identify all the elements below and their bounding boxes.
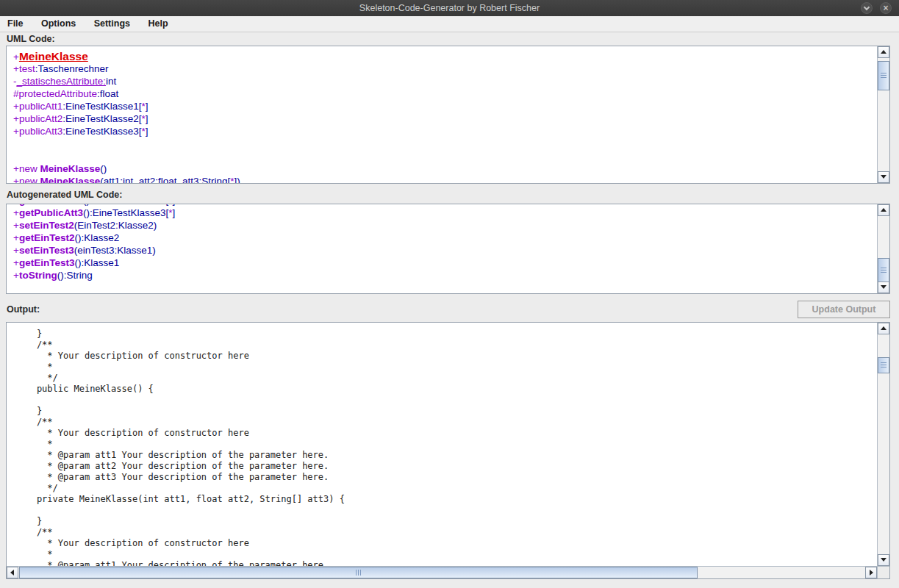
arrow-down-icon [881, 285, 887, 289]
uml-code-label: UML Code: [7, 34, 55, 44]
menubar: File Options Settings Help [0, 16, 899, 32]
menu-item-file[interactable]: File [0, 16, 31, 32]
thumb-grip-icon [881, 362, 887, 368]
scroll-right-button[interactable] [865, 567, 877, 578]
menu-item-help[interactable]: Help [140, 16, 175, 32]
close-button[interactable]: × [880, 2, 892, 14]
scroll-up-button[interactable] [878, 204, 889, 216]
scroll-up-button[interactable] [878, 46, 889, 58]
output-textarea[interactable]: } /** * Your description of constructor … [6, 322, 890, 579]
output-label: Output: [7, 304, 40, 315]
autogen-uml-content[interactable]: +getPublicAtt2():EineTestKlasse2[*]+getP… [7, 204, 877, 282]
menu-item-options[interactable]: Options [34, 16, 83, 32]
scroll-down-button[interactable] [878, 554, 889, 566]
titlebar: Skeleton-Code-Generator by Robert Fische… [0, 0, 899, 16]
arrow-up-icon [881, 50, 887, 54]
window-title: Skeleton-Code-Generator by Robert Fische… [0, 0, 899, 16]
scroll-left-button[interactable] [7, 567, 18, 578]
arrow-down-icon [881, 558, 887, 562]
update-output-button[interactable]: Update Output [798, 301, 890, 318]
autogen-uml-label: Autogenerated UML Code: [7, 190, 122, 200]
scroll-down-button[interactable] [878, 282, 889, 293]
scrollbar-corner [877, 566, 889, 578]
thumb-grip-icon [881, 73, 887, 78]
thumb-grip-icon [356, 570, 361, 576]
close-icon: × [881, 3, 891, 13]
autogen-vertical-scrollbar[interactable] [877, 204, 889, 293]
output-code-content[interactable]: } /** * Your description of constructor … [7, 323, 877, 566]
autogen-uml-textarea[interactable]: +getPublicAtt2():EineTestKlasse2[*]+getP… [6, 204, 890, 294]
thumb-grip-icon [881, 268, 887, 273]
arrow-up-icon [881, 326, 887, 330]
scrollbar-thumb[interactable] [878, 61, 889, 90]
arrow-down-icon [881, 175, 887, 179]
chevron-down-icon [864, 4, 870, 10]
uml-code-content[interactable]: +MeineKlasse+test:Taschenrechner-_statis… [7, 46, 877, 183]
arrow-left-icon [10, 570, 14, 576]
arrow-right-icon [870, 570, 873, 576]
arrow-up-icon [881, 208, 887, 212]
scrollbar-thumb[interactable] [878, 357, 889, 373]
uml-code-textarea[interactable]: +MeineKlasse+test:Taschenrechner-_statis… [6, 46, 890, 184]
menu-item-settings[interactable]: Settings [87, 16, 137, 32]
scroll-up-button[interactable] [878, 323, 889, 334]
scrollbar-thumb[interactable] [19, 567, 698, 578]
scroll-down-button[interactable] [878, 171, 889, 183]
scrollbar-thumb[interactable] [878, 258, 889, 283]
uml-vertical-scrollbar[interactable] [877, 46, 889, 183]
minimize-button[interactable] [861, 2, 873, 14]
output-horizontal-scrollbar[interactable] [7, 566, 877, 578]
output-vertical-scrollbar[interactable] [877, 323, 889, 566]
